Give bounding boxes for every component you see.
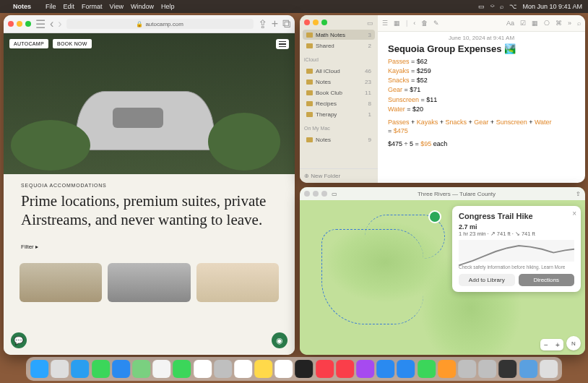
dock-numbers[interactable] (418, 360, 436, 378)
new-folder-button[interactable]: ⊕ New Folder (300, 168, 378, 183)
accommodation-thumb[interactable] (20, 263, 102, 302)
dock-keynote[interactable] (397, 360, 415, 378)
dock-notes[interactable] (254, 360, 272, 378)
delete-icon[interactable]: 🗑 (421, 20, 428, 27)
dock-launchpad[interactable] (51, 360, 69, 378)
view-grid-icon[interactable]: ▦ (394, 20, 400, 27)
search-icon[interactable]: ⌕ (500, 3, 503, 10)
search-icon[interactable]: ⌕ (577, 20, 581, 27)
folder-icon (306, 79, 313, 85)
dock-messages[interactable] (92, 360, 110, 378)
window-close[interactable] (304, 191, 310, 197)
window-zoom[interactable] (321, 20, 327, 25)
trailhead-pin[interactable] (428, 210, 441, 223)
sidebar-item-notes[interactable]: Notes9 (303, 134, 375, 145)
chat-fab[interactable]: 💬 (11, 332, 27, 348)
dock-news[interactable] (336, 360, 354, 378)
dock-facetime[interactable] (173, 360, 191, 378)
menu-file[interactable]: File (46, 3, 56, 10)
table-icon[interactable]: ▦ (532, 20, 538, 27)
sidebar-item-shared[interactable]: Shared2 (303, 40, 375, 51)
menu-help[interactable]: Help (161, 3, 175, 10)
dock-maps[interactable] (132, 360, 150, 378)
dock-safari[interactable] (72, 360, 90, 378)
folder-icon (306, 112, 313, 117)
dock-passwords[interactable] (458, 360, 476, 378)
sidebar-item-all-icloud[interactable]: All iCloud46 (303, 66, 375, 76)
dock-settings[interactable] (478, 360, 496, 378)
dock-pages[interactable] (438, 360, 456, 378)
zoom-in-button[interactable]: + (552, 339, 563, 350)
window-minimize[interactable] (313, 191, 319, 197)
wifi-icon[interactable]: ⌔ (490, 3, 494, 10)
more-icon[interactable]: » (568, 20, 571, 27)
menu-view[interactable]: View (110, 3, 124, 10)
close-icon[interactable]: × (572, 210, 576, 218)
window-minimize[interactable] (17, 21, 22, 27)
sidebar-item-therapy[interactable]: Therapy1 (303, 109, 375, 119)
add-to-library-button[interactable]: Add to Library (459, 274, 515, 286)
sidebar-item-book-club[interactable]: Book Club11 (303, 87, 375, 98)
dock-music[interactable] (316, 360, 334, 378)
site-logo[interactable]: AUTOCAMP (9, 39, 48, 48)
tabs-icon[interactable]: ⧉ (282, 17, 290, 30)
back-button[interactable]: ‹ (50, 17, 53, 30)
dock-calendar[interactable] (194, 360, 212, 378)
format-icon[interactable]: Aa (506, 20, 514, 27)
control-center-icon[interactable]: ⌥ (509, 3, 516, 10)
forward-button[interactable]: › (58, 17, 61, 30)
dock-reminders[interactable] (234, 360, 252, 378)
address-bar[interactable]: 🔒 autocamp.com (66, 19, 254, 29)
dock-contacts[interactable] (214, 360, 232, 378)
view-list-icon[interactable]: ☰ (382, 20, 388, 27)
dock-finder[interactable] (30, 360, 48, 378)
sidebar-toggle-icon[interactable]: ▭ (367, 20, 373, 27)
menu-format[interactable]: Format (82, 3, 103, 10)
window-zoom[interactable] (321, 191, 327, 197)
accommodation-thumb[interactable] (196, 263, 279, 302)
note-editor[interactable]: June 10, 2024 at 9:41 AM Sequoia Group E… (378, 32, 585, 152)
compass-button[interactable]: N (566, 336, 581, 350)
battery-icon[interactable]: ▭ (478, 3, 485, 10)
dock-calculator[interactable] (498, 360, 516, 378)
back-icon[interactable]: ‹ (413, 20, 415, 27)
dock-photos[interactable] (152, 360, 170, 378)
share-icon[interactable]: ⇪ (576, 191, 581, 197)
menu-window[interactable]: Window (131, 3, 154, 10)
accommodation-thumb[interactable] (108, 263, 190, 302)
share-icon[interactable]: ⇪ (258, 17, 267, 31)
dock-freeform[interactable] (274, 360, 293, 378)
menu-edit[interactable]: Edit (64, 3, 75, 10)
site-menu-button[interactable] (276, 39, 289, 49)
window-minimize[interactable] (313, 20, 319, 25)
link-icon[interactable]: ⌘ (555, 20, 562, 27)
new-tab-icon[interactable]: + (272, 17, 278, 30)
menu-clock[interactable]: Mon Jun 10 9:41 AM (522, 3, 582, 10)
checklist-icon[interactable]: ☑ (520, 20, 526, 27)
safari-page: AUTOCAMP BOOK NOW SEQUOIA ACCOMMODATIONS… (4, 33, 295, 355)
dock-appstore[interactable] (376, 360, 394, 378)
sidebar-toggle-icon[interactable]: ▭ (332, 191, 337, 197)
app-menu[interactable]: Notes (13, 3, 31, 10)
dock-downloads[interactable] (519, 360, 537, 378)
directions-button[interactable]: Directions (519, 274, 575, 286)
sidebar-item-notes[interactable]: Notes23 (303, 77, 375, 87)
compose-icon[interactable]: ✎ (433, 20, 439, 27)
window-close[interactable] (304, 20, 310, 25)
window-zoom[interactable] (25, 21, 31, 27)
sidebar-item-math-notes[interactable]: Math Notes3 (303, 30, 375, 40)
dock-mail[interactable] (112, 360, 130, 378)
map-canvas[interactable]: × Congress Trail Hike 2.7 mi 1 hr 23 min… (300, 200, 585, 355)
folder-icon (306, 90, 313, 95)
zoom-out-button[interactable]: − (540, 339, 552, 350)
accessibility-fab[interactable]: ◉ (272, 332, 287, 348)
window-close[interactable] (8, 21, 14, 27)
dock-tv[interactable] (295, 360, 314, 378)
sidebar-item-recipes[interactable]: Recipes8 (303, 98, 375, 108)
filter-link[interactable]: Filter ▸ (21, 244, 277, 250)
dock-podcasts[interactable] (356, 360, 374, 378)
book-now-button[interactable]: BOOK NOW (53, 39, 92, 48)
sidebar-toggle-icon[interactable]: ☰ (35, 17, 46, 31)
dock-trash[interactable] (540, 360, 558, 378)
media-icon[interactable]: ⎔ (544, 20, 550, 27)
